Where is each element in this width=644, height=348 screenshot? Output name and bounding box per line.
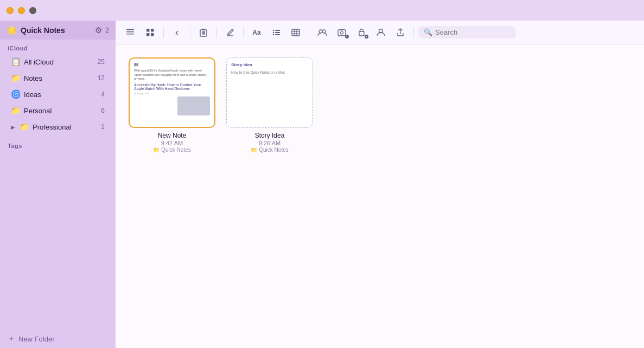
thumb-body-1: With watchOS 8's AssistiveTouch, those w… bbox=[134, 69, 210, 81]
minimize-button[interactable] bbox=[18, 7, 25, 14]
new-folder-label: New Folder bbox=[18, 335, 54, 343]
toolbar-divider-3 bbox=[216, 27, 217, 38]
svg-rect-27 bbox=[340, 29, 343, 30]
new-folder-button[interactable]: ＋ New Folder bbox=[0, 330, 116, 348]
expand-arrow-icon: ▶ bbox=[11, 124, 15, 130]
note-thumbnail-story-idea[interactable]: Story Idea How to Use Quick Notes on a M… bbox=[226, 57, 313, 128]
content-area: ‹ Aa bbox=[116, 21, 644, 348]
format-button[interactable] bbox=[267, 25, 285, 40]
note-card-story-idea[interactable]: Story Idea How to Use Quick Notes on a M… bbox=[226, 57, 313, 153]
notes-folder-icon: 📁 bbox=[11, 73, 21, 83]
header-badge: 2 bbox=[105, 27, 109, 34]
svg-rect-1 bbox=[126, 31, 134, 33]
table-button[interactable] bbox=[287, 25, 304, 40]
svg-point-23 bbox=[319, 30, 322, 33]
svg-rect-8 bbox=[202, 31, 203, 35]
all-icloud-label: All iCloud bbox=[24, 58, 94, 66]
quick-notes-icon: 🌟 bbox=[7, 25, 17, 35]
toolbar-divider-2 bbox=[190, 27, 190, 38]
sidebar-title: Quick Notes bbox=[21, 26, 92, 35]
collab-button[interactable] bbox=[314, 25, 331, 40]
personal-icon: 📁 bbox=[11, 106, 21, 115]
share-user-button[interactable] bbox=[372, 25, 390, 40]
app-body: 🌟 Quick Notes ⚙ 2 iCloud 📋 All iCloud 25… bbox=[0, 21, 644, 348]
share-button[interactable] bbox=[392, 25, 409, 40]
svg-point-26 bbox=[341, 31, 343, 34]
thumb-headline-1: Accessibility Hack: How to Control Your … bbox=[134, 83, 210, 91]
note-folder-1: 📁 Quick Notes bbox=[153, 147, 190, 153]
search-input[interactable] bbox=[435, 28, 506, 36]
professional-label: Professional bbox=[33, 123, 98, 131]
note-time-1: 9:42 AM bbox=[161, 140, 183, 146]
sidebar-item-personal[interactable]: 📁 Personal 6 bbox=[3, 103, 112, 118]
svg-rect-5 bbox=[146, 33, 150, 36]
note-folder-label-1: Quick Notes bbox=[161, 147, 190, 153]
thumb-body-2: How to Use Quick Notes on a Mac bbox=[231, 70, 308, 75]
all-icloud-count: 25 bbox=[98, 58, 105, 66]
list-view-button[interactable] bbox=[122, 25, 139, 40]
ideas-count: 4 bbox=[101, 91, 105, 98]
note-title-2: Story Idea bbox=[255, 132, 285, 139]
title-bar bbox=[0, 0, 644, 21]
note-folder-2: 📁 Quick Notes bbox=[251, 147, 288, 153]
new-folder-icon: ＋ bbox=[8, 334, 15, 344]
svg-rect-10 bbox=[205, 31, 206, 35]
close-button[interactable] bbox=[7, 7, 14, 14]
tags-label: Tags bbox=[8, 143, 22, 149]
svg-text:▾: ▾ bbox=[366, 35, 367, 38]
svg-text:▾: ▾ bbox=[346, 35, 348, 38]
svg-point-12 bbox=[272, 29, 273, 30]
settings-icon[interactable]: ⚙ bbox=[95, 25, 102, 35]
tags-section: Tags bbox=[0, 135, 116, 152]
svg-point-14 bbox=[272, 31, 273, 33]
ideas-icon: 🌀 bbox=[11, 89, 21, 99]
sidebar-item-all-icloud[interactable]: 📋 All iCloud 25 bbox=[3, 54, 112, 69]
svg-rect-0 bbox=[126, 29, 134, 30]
svg-rect-6 bbox=[151, 33, 154, 36]
svg-rect-15 bbox=[275, 32, 280, 33]
font-button[interactable]: Aa bbox=[248, 25, 265, 40]
sidebar-item-notes[interactable]: 📁 Notes 12 bbox=[3, 70, 112, 86]
personal-label: Personal bbox=[24, 107, 98, 115]
notes-count: 12 bbox=[98, 74, 105, 82]
professional-icon: 📁 bbox=[20, 122, 29, 132]
note-card-new-note[interactable]: $$ With watchOS 8's AssistiveTouch, thos… bbox=[129, 57, 215, 153]
delete-button[interactable] bbox=[195, 25, 212, 40]
svg-rect-17 bbox=[275, 34, 280, 35]
back-button[interactable]: ‹ bbox=[168, 25, 186, 40]
folder-icon-2: 📁 bbox=[251, 147, 257, 153]
svg-rect-30 bbox=[359, 31, 364, 36]
svg-rect-13 bbox=[275, 30, 280, 31]
note-thumbnail-new-note[interactable]: $$ With watchOS 8's AssistiveTouch, thos… bbox=[129, 57, 215, 128]
grid-view-button[interactable] bbox=[142, 25, 159, 40]
notes-grid: $$ With watchOS 8's AssistiveTouch, thos… bbox=[116, 44, 644, 348]
svg-point-16 bbox=[272, 34, 273, 35]
sidebar-item-ideas[interactable]: 🌀 Ideas 4 bbox=[3, 87, 112, 102]
thumb-heading-2: Story Idea bbox=[231, 62, 308, 67]
professional-count: 1 bbox=[101, 123, 105, 131]
photo-button[interactable]: ▾ bbox=[333, 25, 350, 40]
sidebar-header[interactable]: 🌟 Quick Notes ⚙ 2 bbox=[0, 21, 116, 40]
sidebar: 🌟 Quick Notes ⚙ 2 iCloud 📋 All iCloud 25… bbox=[0, 21, 116, 348]
thumb-image-1 bbox=[177, 96, 210, 115]
folder-icon-1: 📁 bbox=[153, 147, 160, 153]
toolbar-divider-4 bbox=[243, 27, 244, 38]
maximize-button[interactable] bbox=[29, 7, 36, 14]
svg-rect-9 bbox=[203, 31, 204, 35]
thumb-link-1: pcmag.com bbox=[134, 92, 210, 95]
svg-rect-4 bbox=[151, 29, 154, 32]
icloud-label: iCloud bbox=[0, 40, 116, 54]
sidebar-item-professional[interactable]: ▶ 📁 Professional 1 bbox=[3, 119, 112, 134]
toolbar-divider-5 bbox=[309, 27, 309, 38]
compose-button[interactable] bbox=[221, 25, 239, 40]
svg-rect-2 bbox=[126, 34, 134, 35]
all-icloud-icon: 📋 bbox=[11, 57, 21, 67]
note-folder-label-2: Quick Notes bbox=[259, 147, 288, 153]
toolbar: ‹ Aa bbox=[116, 21, 644, 44]
note-time-2: 9:26 AM bbox=[259, 140, 280, 146]
lock-button[interactable]: ▾ bbox=[353, 25, 370, 40]
search-icon: 🔍 bbox=[424, 28, 432, 36]
personal-count: 6 bbox=[101, 107, 105, 114]
notes-label: Notes bbox=[24, 74, 94, 82]
toolbar-divider-6 bbox=[413, 27, 414, 38]
